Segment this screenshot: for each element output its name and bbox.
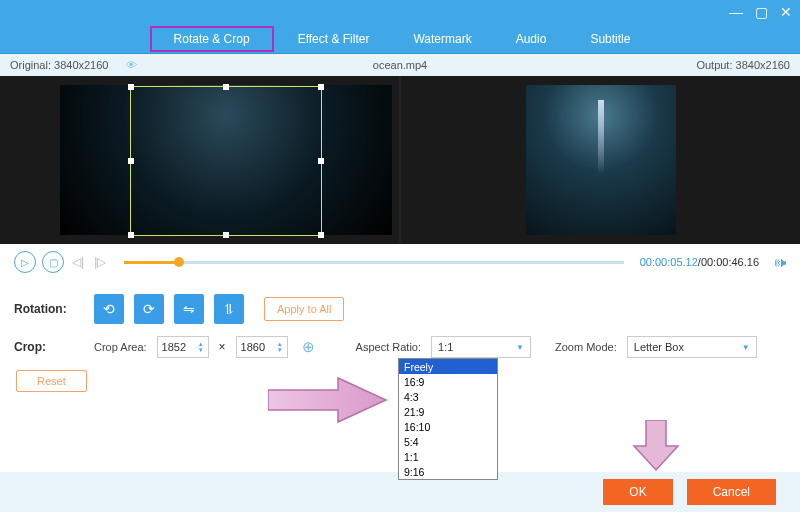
- aspect-option-9-16[interactable]: 9:16: [399, 464, 497, 479]
- tab-rotate-crop[interactable]: Rotate & Crop: [150, 26, 274, 52]
- crop-handle[interactable]: [318, 84, 324, 90]
- seek-thumb[interactable]: [174, 257, 184, 267]
- rotate-ccw-button[interactable]: ⟲: [94, 294, 124, 324]
- aspect-ratio-dropdown[interactable]: 1:1▼: [431, 336, 531, 358]
- title-bar: — ▢ ✕: [0, 0, 800, 24]
- crop-handle[interactable]: [128, 84, 134, 90]
- tab-subtitle[interactable]: Subtitle: [568, 24, 652, 54]
- crop-height-input[interactable]: 1860 ▲▼: [236, 336, 288, 358]
- preview-original[interactable]: [0, 76, 399, 244]
- total-time: /00:00:46.16: [698, 256, 759, 268]
- rotation-row: Rotation: ⟲ ⟳ ⇋ ⥮ Apply to All: [14, 294, 786, 324]
- crop-area-label: Crop Area:: [94, 341, 147, 353]
- time-display: 00:00:05.12/00:00:46.16: [640, 256, 759, 268]
- preview-row: [0, 76, 800, 244]
- crop-handle[interactable]: [128, 232, 134, 238]
- maximize-button[interactable]: ▢: [755, 4, 768, 20]
- crop-width-input[interactable]: 1852 ▲▼: [157, 336, 209, 358]
- chevron-down-icon: ▼: [742, 343, 750, 352]
- aspect-option-4-3[interactable]: 4:3: [399, 389, 497, 404]
- aspect-option-1-1[interactable]: 1:1: [399, 449, 497, 464]
- chevron-down-icon: ▼: [516, 343, 524, 352]
- original-label: Original: 3840x2160: [10, 59, 108, 71]
- crop-handle[interactable]: [128, 158, 134, 164]
- crop-handle[interactable]: [223, 232, 229, 238]
- prev-frame-button[interactable]: ◁|: [70, 255, 86, 269]
- times-glyph: ×: [219, 340, 226, 354]
- zoom-mode-label: Zoom Mode:: [555, 341, 617, 353]
- aspect-ratio-menu[interactable]: Freely 16:9 4:3 21:9 16:10 5:4 1:1 9:16: [398, 358, 498, 480]
- play-button[interactable]: ▷: [14, 251, 36, 273]
- crop-rectangle[interactable]: [130, 86, 322, 236]
- volume-icon[interactable]: 🕪: [773, 255, 786, 270]
- rotate-cw-button[interactable]: ⟳: [134, 294, 164, 324]
- seek-bar[interactable]: [124, 261, 623, 264]
- aspect-ratio-label: Aspect Ratio:: [356, 341, 421, 353]
- minimize-button[interactable]: —: [729, 4, 743, 20]
- crop-handle[interactable]: [318, 232, 324, 238]
- aspect-option-16-9[interactable]: 16:9: [399, 374, 497, 389]
- close-button[interactable]: ✕: [780, 4, 792, 20]
- tab-effect-filter[interactable]: Effect & Filter: [276, 24, 392, 54]
- stop-button[interactable]: ▢: [42, 251, 64, 273]
- aspect-option-16-10[interactable]: 16:10: [399, 419, 497, 434]
- flip-horizontal-button[interactable]: ⇋: [174, 294, 204, 324]
- preview-eye-icon[interactable]: 👁: [126, 59, 137, 71]
- aspect-option-21-9[interactable]: 21:9: [399, 404, 497, 419]
- rotation-label: Rotation:: [14, 302, 84, 316]
- crop-handle[interactable]: [318, 158, 324, 164]
- crop-row: Crop: Crop Area: 1852 ▲▼ × 1860 ▲▼ ⊕ Asp…: [14, 336, 786, 358]
- output-video-thumb: [526, 85, 676, 235]
- apply-to-all-button[interactable]: Apply to All: [264, 297, 344, 321]
- height-spinner[interactable]: ▲▼: [277, 341, 283, 353]
- cancel-button[interactable]: Cancel: [687, 479, 776, 505]
- width-spinner[interactable]: ▲▼: [198, 341, 204, 353]
- ok-button[interactable]: OK: [603, 479, 672, 505]
- next-frame-button[interactable]: |▷: [92, 255, 108, 269]
- crop-handle[interactable]: [223, 84, 229, 90]
- playback-bar: ▷ ▢ ◁| |▷ 00:00:05.12/00:00:46.16 🕪: [0, 244, 800, 280]
- output-label: Output: 3840x2160: [696, 59, 790, 71]
- flip-vertical-button[interactable]: ⥮: [214, 294, 244, 324]
- filename-label: ocean.mp4: [373, 59, 427, 71]
- preview-output: [401, 76, 800, 244]
- seek-progress: [124, 261, 179, 264]
- tab-bar: Rotate & Crop Effect & Filter Watermark …: [0, 24, 800, 54]
- aspect-option-freely[interactable]: Freely: [399, 359, 497, 374]
- aspect-option-5-4[interactable]: 5:4: [399, 434, 497, 449]
- annotation-arrow-down: [632, 420, 680, 472]
- info-bar: Original: 3840x2160 👁 ocean.mp4 Output: …: [0, 54, 800, 76]
- current-time: 00:00:05.12: [640, 256, 698, 268]
- tab-watermark[interactable]: Watermark: [391, 24, 493, 54]
- zoom-mode-dropdown[interactable]: Letter Box▼: [627, 336, 757, 358]
- center-crop-icon[interactable]: ⊕: [298, 336, 320, 358]
- crop-label: Crop:: [14, 340, 84, 354]
- reset-button[interactable]: Reset: [16, 370, 87, 392]
- tab-audio[interactable]: Audio: [494, 24, 569, 54]
